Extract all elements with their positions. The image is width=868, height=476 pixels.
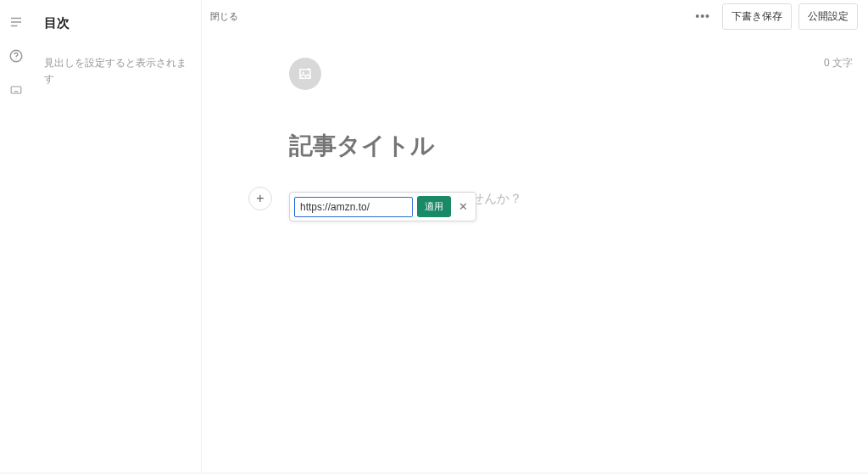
topbar-actions: ••• 下書き保存 公開設定 xyxy=(690,3,858,30)
hero-image-button[interactable] xyxy=(289,58,321,90)
apply-button[interactable]: 適用 xyxy=(417,196,451,217)
svg-point-4 xyxy=(15,59,16,59)
popover-close-button[interactable]: ✕ xyxy=(455,200,471,213)
toc-title: 目次 xyxy=(44,15,191,31)
insert-block-button[interactable]: + xyxy=(248,187,272,210)
main-column: 閉じる ••• 下書き保存 公開設定 0 文字 xyxy=(202,0,868,473)
topbar: 閉じる ••• 下書き保存 公開設定 xyxy=(202,0,868,32)
toc-hint: 見出しを設定すると表示されます xyxy=(44,55,191,87)
editor-area: + ませんか？ 適用 ✕ xyxy=(202,32,868,473)
url-popover: 適用 ✕ xyxy=(289,192,476,221)
image-upload-icon xyxy=(298,66,313,81)
save-draft-button[interactable]: 下書き保存 xyxy=(722,3,792,30)
article-title-input[interactable] xyxy=(289,132,781,160)
editor-inner: + ませんか？ 適用 ✕ xyxy=(289,58,781,199)
close-button[interactable]: 閉じる xyxy=(210,10,238,23)
app-root: 目次 見出しを設定すると表示されます 閉じる ••• 下書き保存 公開設定 0 … xyxy=(0,0,868,473)
url-input[interactable] xyxy=(294,197,413,217)
svg-rect-5 xyxy=(11,87,21,93)
toc-sidebar: 目次 見出しを設定すると表示されます xyxy=(32,0,202,473)
help-icon[interactable] xyxy=(8,48,25,64)
keyboard-icon[interactable] xyxy=(8,81,25,98)
list-icon[interactable] xyxy=(8,14,25,31)
more-button[interactable]: ••• xyxy=(690,6,715,26)
icon-rail xyxy=(0,0,32,473)
publish-settings-button[interactable]: 公開設定 xyxy=(798,3,858,30)
